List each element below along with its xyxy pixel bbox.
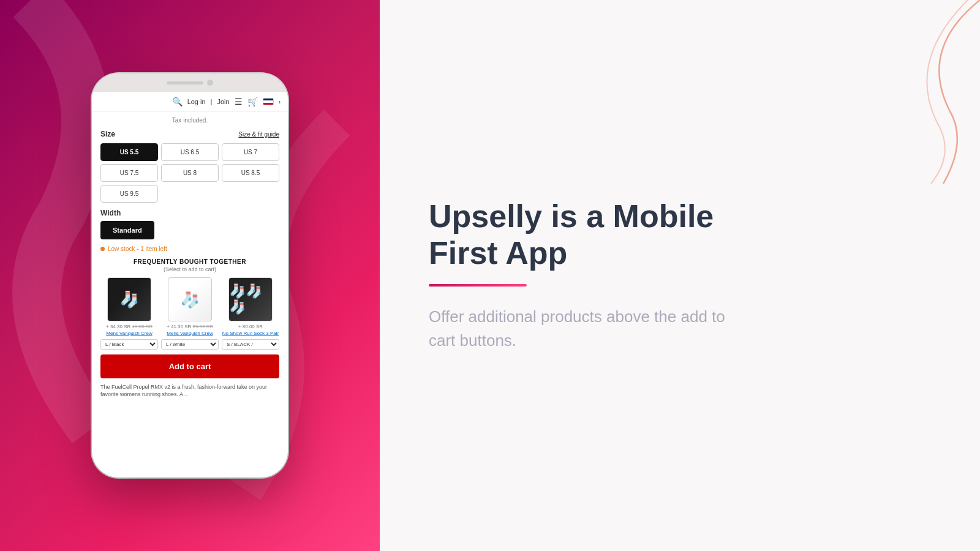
product-price-3: + 80.00 SR <box>238 324 263 329</box>
phone-camera <box>207 80 213 86</box>
size-btn-7-5[interactable]: US 7.5 <box>100 164 158 182</box>
add-to-cart-button[interactable]: Add to cart <box>100 354 279 378</box>
size-btn-9-5[interactable]: US 9.5 <box>100 185 158 203</box>
product-price-new-2: + 41.30 SR <box>167 324 191 329</box>
nav-separator: | <box>211 98 213 105</box>
login-link[interactable]: Log in <box>187 98 206 105</box>
product-select-3[interactable]: S / BLACK / <box>222 339 279 350</box>
product-img-3: 🧦🧦🧦 <box>228 277 273 321</box>
stock-text: Low stock - 1 item left <box>108 246 167 252</box>
product-price-new-1: + 34.30 SR <box>106 324 130 329</box>
product-price-new-3: + 80.00 SR <box>238 324 263 329</box>
size-btn-8[interactable]: US 8 <box>161 164 219 182</box>
phone-screen: 🔍 Log in | Join ☰ 🛒 › Tax included. Size… <box>92 92 288 478</box>
cart-icon[interactable]: 🛒 <box>247 97 258 107</box>
size-btn-5-5[interactable]: US 5.5 <box>100 143 158 161</box>
product-name-2[interactable]: Mens Vanquish Crew <box>167 331 213 337</box>
subtitle-text: Offer additional products above the add … <box>429 305 735 353</box>
width-label: Width <box>100 209 279 217</box>
heading-line1: Upselly is a Mobile <box>429 198 714 234</box>
product-price-1: + 34.30 SR 49.00 SR <box>106 324 153 329</box>
phone-nav: 🔍 Log in | Join ☰ 🛒 › <box>92 92 288 112</box>
size-btn-8-5[interactable]: US 8.5 <box>222 164 279 182</box>
size-btn-7[interactable]: US 7 <box>222 143 279 161</box>
product-price-old-1: 49.00 SR <box>132 324 153 329</box>
product-description: The FuelCell Propel RMX v2 is a fresh, f… <box>100 383 279 399</box>
size-grid: US 5.5 US 6.5 US 7 US 7.5 US 8 US 8.5 US… <box>100 143 279 203</box>
phone-mockup: 🔍 Log in | Join ☰ 🛒 › Tax included. Size… <box>92 73 288 478</box>
product-price-2: + 41.30 SR 59.00 SR <box>167 324 213 329</box>
phone-content: Tax included. Size Size & fit guide US 5… <box>92 112 288 471</box>
width-standard-button[interactable]: Standard <box>100 221 154 239</box>
join-link[interactable]: Join <box>217 98 229 105</box>
fbt-product-1: 🧦 + 34.30 SR 49.00 SR Mens Vanquish Crew… <box>100 277 158 350</box>
product-price-old-2: 59.00 SR <box>193 324 213 329</box>
right-panel: Upselly is a Mobile First App Offer addi… <box>380 0 980 551</box>
stock-notice: Low stock - 1 item left <box>100 246 279 252</box>
fbt-product-3: 🧦🧦🧦 + 80.00 SR No Show Run Sock 3 Pair S… <box>222 277 279 350</box>
size-section-header: Size Size & fit guide <box>100 130 279 138</box>
language-flag[interactable] <box>263 98 274 105</box>
right-content: Upselly is a Mobile First App Offer addi… <box>429 198 735 353</box>
fbt-product-2: 🧦 + 41.30 SR 59.00 SR Mens Vanquish Crew… <box>161 277 219 350</box>
product-select-1[interactable]: L / Black <box>100 339 158 350</box>
chevron-right-icon: › <box>279 99 281 105</box>
product-img-1: 🧦 <box>107 277 151 321</box>
fbt-products: 🧦 + 34.30 SR 49.00 SR Mens Vanquish Crew… <box>100 277 279 350</box>
fbt-subtitle: (Select to add to cart) <box>100 266 279 272</box>
menu-icon[interactable]: ☰ <box>235 97 243 107</box>
size-guide-link[interactable]: Size & fit guide <box>238 131 279 138</box>
search-icon[interactable]: 🔍 <box>172 97 183 107</box>
heading-divider <box>429 284 527 287</box>
product-img-2: 🧦 <box>168 277 212 321</box>
width-section: Width Standard <box>100 209 279 239</box>
size-label: Size <box>100 130 115 138</box>
fbt-title: FREQUENTLY BOUGHT TOGETHER <box>100 258 279 265</box>
product-name-1[interactable]: Mens Vanquish Crew <box>106 331 152 337</box>
main-heading: Upselly is a Mobile First App <box>429 198 735 272</box>
product-name-3[interactable]: No Show Run Sock 3 Pair <box>222 331 279 337</box>
left-panel: 🔍 Log in | Join ☰ 🛒 › Tax included. Size… <box>0 0 380 551</box>
heading-line2: First App <box>429 235 567 271</box>
tax-note: Tax included. <box>100 117 279 124</box>
size-btn-6-5[interactable]: US 6.5 <box>161 143 219 161</box>
phone-notch <box>167 81 203 84</box>
phone-notch-area <box>92 73 288 92</box>
product-select-2[interactable]: L / White <box>161 339 219 350</box>
stock-dot <box>100 247 105 251</box>
